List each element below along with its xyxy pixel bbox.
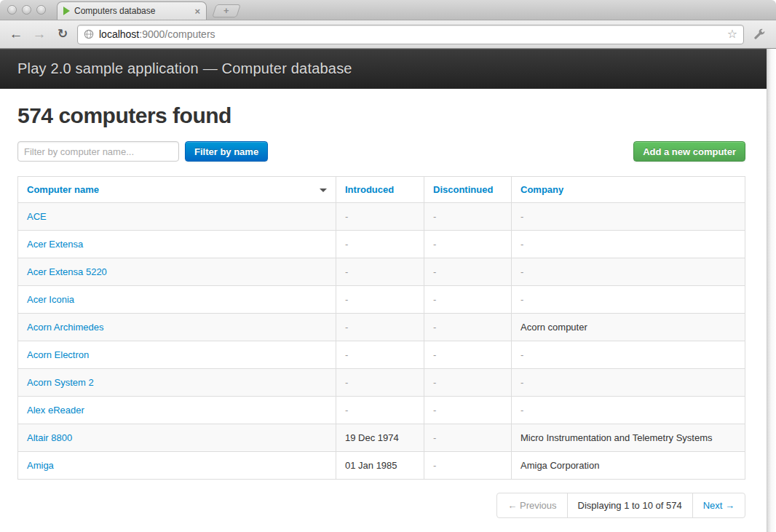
computers-table: Computer name Introduced Discontinued Co… [17,176,745,480]
new-tab-icon: + [223,6,229,16]
wrench-menu-button[interactable] [750,25,769,44]
computer-link[interactable]: Acorn System 2 [27,377,94,388]
company-cell: - [512,397,745,424]
discontinued-cell: - [424,258,512,286]
computer-link[interactable]: Altair 8800 [27,432,72,443]
company-cell: Acorn computer [512,314,745,341]
introduced-cell: - [336,258,424,286]
url-bar[interactable]: localhost:9000/computers ☆ [77,25,744,44]
company-cell: - [512,369,745,397]
computer-link[interactable]: Amiga [27,460,54,471]
url-path: :9000/computers [139,28,215,40]
forward-icon: → [31,25,48,43]
computer-link[interactable]: Acorn Electron [27,349,89,360]
table-row: Alex eReader--- [18,397,745,424]
computer-name-cell: Acer Iconia [18,286,336,314]
computer-name-cell: Acer Extensa [18,231,336,258]
filter-button[interactable]: Filter by name [185,141,268,162]
computer-name-cell: Alex eReader [18,397,336,424]
close-tab-icon[interactable]: × [194,7,200,16]
company-cell: Amiga Corporation [512,452,745,480]
minimize-window-button[interactable] [22,5,31,15]
bookmark-star-icon[interactable]: ☆ [727,28,737,40]
pagination-previous-item: ← Previous [496,493,567,518]
next-button[interactable]: Next → [692,493,745,518]
scrollbar-track[interactable] [767,49,776,532]
column-header-computer-name[interactable]: Computer name [18,177,336,203]
table-row: Acorn System 2--- [18,369,745,397]
previous-button[interactable]: ← Previous [496,493,567,518]
company-cell: - [512,341,745,369]
introduced-cell: - [336,286,424,314]
introduced-cell: - [336,341,424,369]
computer-link[interactable]: Alex eReader [27,405,84,416]
discontinued-cell: - [424,203,512,231]
computer-link[interactable]: Acer Extensa [27,239,83,250]
column-header-label: Computer name [27,184,99,195]
page-title: 574 computers found [17,103,745,128]
new-tab-button[interactable]: + [212,4,241,17]
reload-icon[interactable]: ↻ [54,25,71,43]
computer-link[interactable]: Acer Iconia [27,294,74,305]
url-text[interactable]: localhost:9000/computers [99,28,722,40]
pagination-status: Displaying 1 to 10 of 574 [567,493,693,518]
company-cell: Micro Instrumentation and Telemetry Syst… [512,424,745,452]
discontinued-cell: - [424,452,512,480]
app-title: Play 2.0 sample application — Computer d… [17,60,352,77]
browser-tab[interactable]: Computers database × [57,1,207,20]
url-host: localhost [99,28,139,40]
table-header: Computer name Introduced Discontinued Co… [18,177,745,203]
tab-title: Computers database [74,6,190,16]
tab-strip: Computers database × + [0,0,776,20]
discontinued-cell: - [424,231,512,258]
introduced-cell: - [336,397,424,424]
column-header-discontinued[interactable]: Discontinued [424,177,512,203]
add-computer-button[interactable]: Add a new computer [633,141,745,162]
computer-link[interactable]: Acer Extensa 5220 [27,266,107,277]
computer-name-cell: Acorn Electron [18,341,336,369]
company-cell: - [512,258,745,286]
pagination-bar: ← Previous Displaying 1 to 10 of 574 Nex… [17,493,745,518]
header-row: Computer name Introduced Discontinued Co… [18,177,745,203]
introduced-cell: - [336,314,424,341]
table-row: Altair 880019 Dec 1974-Micro Instrumenta… [18,424,745,452]
table-row: Amiga01 Jan 1985-Amiga Corporation [18,452,745,480]
table-row: Acorn Electron--- [18,341,745,369]
content-area: Play 2.0 sample application — Computer d… [0,49,776,532]
computer-link[interactable]: ACE [27,211,47,222]
computer-name-cell: Acorn Archimedes [18,314,336,341]
discontinued-cell: - [424,369,512,397]
table-body: ACE---Acer Extensa---Acer Extensa 5220--… [18,203,745,480]
column-header-introduced[interactable]: Introduced [336,177,424,203]
table-row: ACE--- [18,203,745,231]
computer-name-cell: Altair 8800 [18,424,336,452]
computer-name-cell: ACE [18,203,336,231]
browser-toolbar: ← → ↻ localhost:9000/computers ☆ [0,20,776,49]
discontinued-cell: - [424,341,512,369]
introduced-cell: - [336,369,424,397]
computer-name-cell: Acorn System 2 [18,369,336,397]
table-row: Acer Iconia--- [18,286,745,314]
table-row: Acer Extensa--- [18,231,745,258]
company-cell: - [512,231,745,258]
globe-icon [84,29,94,39]
introduced-cell: 19 Dec 1974 [336,424,424,452]
actions-bar: Filter by name Add a new computer [17,141,745,162]
zoom-window-button[interactable] [36,5,46,15]
computer-name-cell: Amiga [18,452,336,480]
filter-input[interactable] [17,141,179,162]
table-row: Acer Extensa 5220--- [18,258,745,286]
sort-caret-icon [320,188,327,192]
back-icon[interactable]: ← [7,25,25,43]
column-header-company[interactable]: Company [512,177,745,203]
wrench-icon [753,28,766,41]
browser-window: Computers database × + ← → ↻ localhost:9… [0,0,776,532]
discontinued-cell: - [424,397,512,424]
app-navbar: Play 2.0 sample application — Computer d… [0,49,767,89]
introduced-cell: - [336,231,424,258]
close-window-button[interactable] [7,5,17,15]
introduced-cell: 01 Jan 1985 [336,452,424,480]
pagination: ← Previous Displaying 1 to 10 of 574 Nex… [496,493,745,518]
computer-name-cell: Acer Extensa 5220 [18,258,336,286]
computer-link[interactable]: Acorn Archimedes [27,322,104,333]
